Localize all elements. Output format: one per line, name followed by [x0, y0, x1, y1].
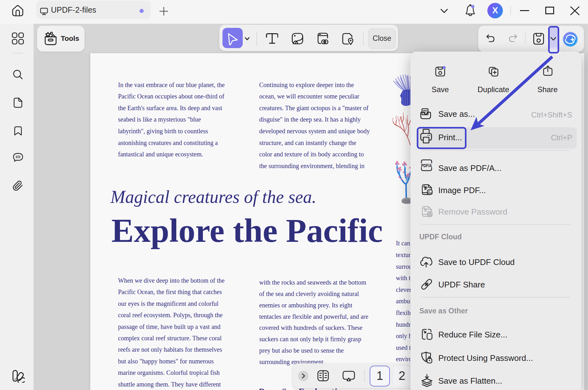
svg-text:PDF/A: PDF/A	[421, 163, 432, 168]
